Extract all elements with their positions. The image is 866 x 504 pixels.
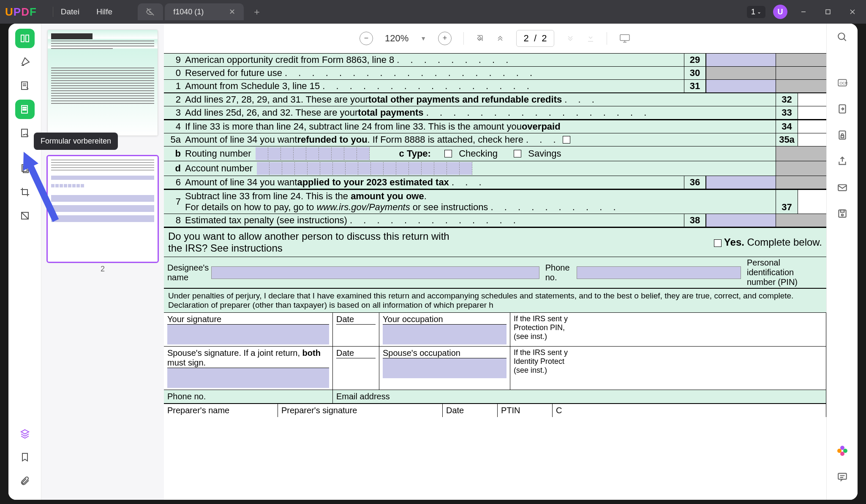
- titlebar: UPDF Datei Hilfe f1040 (1) ✕ ＋ 1 ⌄ U: [0, 0, 866, 24]
- minimize-button[interactable]: [795, 5, 812, 18]
- app-logo: UPDF: [5, 5, 37, 19]
- eye-off-icon: [146, 7, 155, 16]
- ghost-tab[interactable]: [138, 3, 163, 20]
- titlebar-right: 1 ⌄ U: [747, 5, 861, 19]
- file-tab[interactable]: f1040 (1) ✕: [165, 3, 244, 20]
- divider: [53, 7, 53, 17]
- add-tab-button[interactable]: ＋: [252, 5, 261, 18]
- user-avatar[interactable]: U: [773, 5, 787, 19]
- svg-rect-1: [826, 10, 830, 14]
- window-count-badge[interactable]: 1 ⌄: [747, 6, 765, 18]
- tab-area: f1040 (1) ✕ ＋: [138, 3, 261, 20]
- menu-file[interactable]: Datei: [61, 7, 79, 16]
- maximize-button[interactable]: [820, 5, 836, 18]
- file-tab-name: f1040 (1): [173, 8, 204, 16]
- close-tab-icon[interactable]: ✕: [229, 7, 235, 16]
- close-window-button[interactable]: [844, 5, 861, 18]
- menu-help[interactable]: Hilfe: [96, 7, 112, 16]
